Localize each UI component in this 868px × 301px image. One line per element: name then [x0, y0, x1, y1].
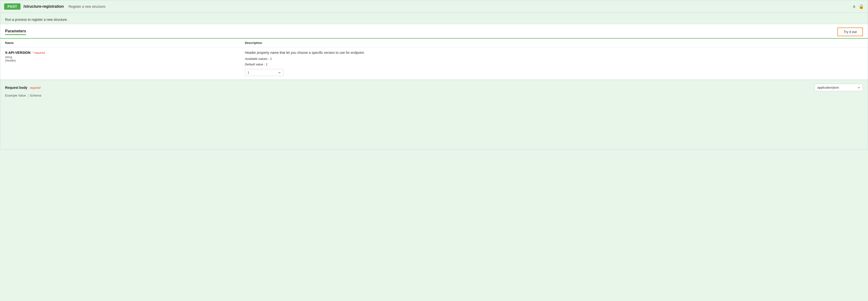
col-description: Description: [240, 39, 868, 47]
description-section: Run a process to register a new structur…: [0, 13, 868, 24]
endpoint-header: POST /structure-registration Register a …: [0, 0, 868, 13]
endpoint-header-left: POST /structure-registration Register a …: [4, 3, 106, 10]
param-description-cell: Header property name that let you choose…: [240, 47, 868, 80]
parameters-title: Parameters: [5, 29, 26, 35]
params-table-head: Name Description: [0, 39, 868, 47]
parameters-wrapper: Parameters Try it out Name Description X…: [0, 24, 868, 80]
endpoint-path: /structure-registration: [23, 4, 64, 9]
endpoint-header-right: ∧ 🔒: [852, 4, 864, 9]
example-schema-tabs: Example Value | Schema: [5, 94, 863, 98]
api-panel: POST /structure-registration Register a …: [0, 0, 868, 150]
param-available-values: Available values : 1: [245, 57, 863, 61]
request-body-header: Request body required application/json: [5, 84, 863, 91]
description-text: Run a process to register a new structur…: [5, 18, 863, 22]
table-row: X-API-VERSION * required string (header)…: [0, 47, 868, 80]
lock-icon[interactable]: 🔒: [859, 4, 864, 9]
param-description-text: Header property name that let you choose…: [245, 51, 863, 55]
param-default-value: Default value : 1: [245, 62, 863, 66]
content-type-select[interactable]: application/json: [815, 84, 863, 91]
param-name-group: X-API-VERSION * required: [5, 51, 235, 55]
param-name: X-API-VERSION: [5, 51, 30, 55]
request-body-title: Request body: [5, 86, 28, 90]
parameters-header-row: Parameters Try it out: [0, 24, 868, 39]
collapse-icon[interactable]: ∧: [852, 4, 856, 9]
tab-example-value[interactable]: Example Value: [5, 94, 27, 98]
method-badge: POST: [4, 3, 21, 10]
param-type: string: [5, 56, 235, 59]
tab-separator: |: [27, 94, 30, 98]
param-required-badge: * required: [32, 51, 45, 55]
param-name-cell: X-API-VERSION * required string (header): [0, 47, 240, 80]
params-table-header-row: Name Description: [0, 39, 868, 47]
try-it-out-button[interactable]: Try it out: [837, 28, 863, 36]
tab-schema[interactable]: Schema: [30, 94, 42, 98]
request-body-section: Request body required application/json E…: [0, 80, 868, 102]
param-version-select[interactable]: 1: [245, 69, 283, 76]
endpoint-summary: Register a new structure.: [68, 5, 106, 8]
params-table: Name Description X-API-VERSION * require…: [0, 39, 868, 80]
param-location: (header): [5, 59, 235, 62]
request-body-required: required: [30, 86, 40, 90]
col-name: Name: [0, 39, 240, 47]
params-table-body: X-API-VERSION * required string (header)…: [0, 47, 868, 80]
request-body-title-group: Request body required: [5, 86, 40, 90]
